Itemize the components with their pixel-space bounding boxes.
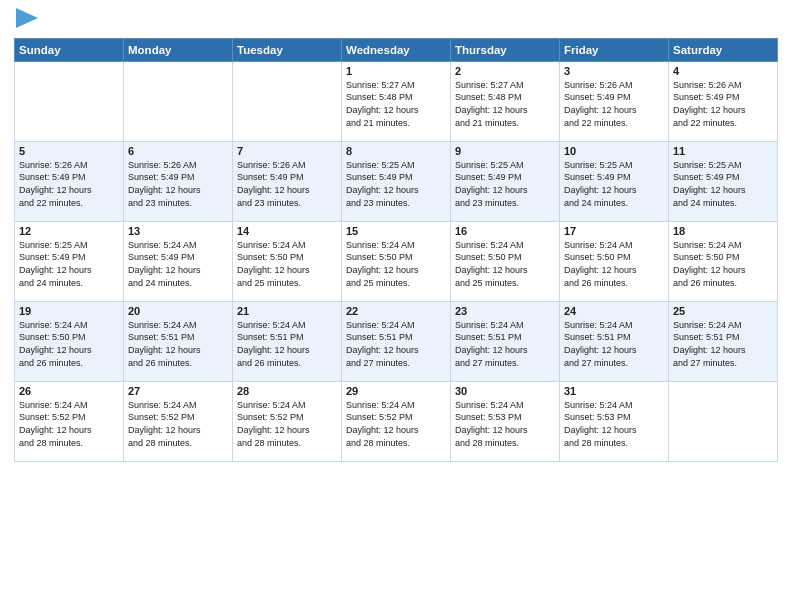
day-number: 22 — [346, 305, 446, 317]
day-info: Sunrise: 5:24 AM Sunset: 5:51 PM Dayligh… — [128, 319, 228, 369]
day-number: 23 — [455, 305, 555, 317]
day-info: Sunrise: 5:27 AM Sunset: 5:48 PM Dayligh… — [346, 79, 446, 129]
day-cell: 13Sunrise: 5:24 AM Sunset: 5:49 PM Dayli… — [124, 221, 233, 301]
header-cell-thursday: Thursday — [451, 38, 560, 61]
day-info: Sunrise: 5:24 AM Sunset: 5:50 PM Dayligh… — [346, 239, 446, 289]
week-row-4: 26Sunrise: 5:24 AM Sunset: 5:52 PM Dayli… — [15, 381, 778, 461]
day-info: Sunrise: 5:26 AM Sunset: 5:49 PM Dayligh… — [673, 79, 773, 129]
logo-arrow-icon — [16, 8, 38, 28]
day-cell: 31Sunrise: 5:24 AM Sunset: 5:53 PM Dayli… — [560, 381, 669, 461]
day-info: Sunrise: 5:25 AM Sunset: 5:49 PM Dayligh… — [346, 159, 446, 209]
day-info: Sunrise: 5:24 AM Sunset: 5:51 PM Dayligh… — [346, 319, 446, 369]
day-cell: 25Sunrise: 5:24 AM Sunset: 5:51 PM Dayli… — [669, 301, 778, 381]
day-number: 16 — [455, 225, 555, 237]
day-info: Sunrise: 5:24 AM Sunset: 5:52 PM Dayligh… — [19, 399, 119, 449]
day-cell: 6Sunrise: 5:26 AM Sunset: 5:49 PM Daylig… — [124, 141, 233, 221]
day-number: 6 — [128, 145, 228, 157]
day-cell — [124, 61, 233, 141]
day-info: Sunrise: 5:25 AM Sunset: 5:49 PM Dayligh… — [455, 159, 555, 209]
day-number: 29 — [346, 385, 446, 397]
day-info: Sunrise: 5:24 AM Sunset: 5:53 PM Dayligh… — [455, 399, 555, 449]
day-number: 28 — [237, 385, 337, 397]
day-cell: 14Sunrise: 5:24 AM Sunset: 5:50 PM Dayli… — [233, 221, 342, 301]
day-cell: 26Sunrise: 5:24 AM Sunset: 5:52 PM Dayli… — [15, 381, 124, 461]
day-cell: 30Sunrise: 5:24 AM Sunset: 5:53 PM Dayli… — [451, 381, 560, 461]
header-row: SundayMondayTuesdayWednesdayThursdayFrid… — [15, 38, 778, 61]
header-cell-monday: Monday — [124, 38, 233, 61]
day-cell: 17Sunrise: 5:24 AM Sunset: 5:50 PM Dayli… — [560, 221, 669, 301]
day-info: Sunrise: 5:25 AM Sunset: 5:49 PM Dayligh… — [564, 159, 664, 209]
day-number: 21 — [237, 305, 337, 317]
week-row-2: 12Sunrise: 5:25 AM Sunset: 5:49 PM Dayli… — [15, 221, 778, 301]
day-number: 1 — [346, 65, 446, 77]
day-number: 8 — [346, 145, 446, 157]
day-cell: 16Sunrise: 5:24 AM Sunset: 5:50 PM Dayli… — [451, 221, 560, 301]
day-cell: 2Sunrise: 5:27 AM Sunset: 5:48 PM Daylig… — [451, 61, 560, 141]
day-info: Sunrise: 5:25 AM Sunset: 5:49 PM Dayligh… — [19, 239, 119, 289]
day-cell: 24Sunrise: 5:24 AM Sunset: 5:51 PM Dayli… — [560, 301, 669, 381]
day-number: 19 — [19, 305, 119, 317]
day-number: 30 — [455, 385, 555, 397]
day-cell: 1Sunrise: 5:27 AM Sunset: 5:48 PM Daylig… — [342, 61, 451, 141]
day-info: Sunrise: 5:24 AM Sunset: 5:50 PM Dayligh… — [19, 319, 119, 369]
day-cell: 29Sunrise: 5:24 AM Sunset: 5:52 PM Dayli… — [342, 381, 451, 461]
day-info: Sunrise: 5:26 AM Sunset: 5:49 PM Dayligh… — [19, 159, 119, 209]
day-cell: 7Sunrise: 5:26 AM Sunset: 5:49 PM Daylig… — [233, 141, 342, 221]
day-cell — [233, 61, 342, 141]
day-info: Sunrise: 5:24 AM Sunset: 5:51 PM Dayligh… — [237, 319, 337, 369]
svg-marker-0 — [16, 8, 38, 28]
day-cell: 28Sunrise: 5:24 AM Sunset: 5:52 PM Dayli… — [233, 381, 342, 461]
day-cell: 8Sunrise: 5:25 AM Sunset: 5:49 PM Daylig… — [342, 141, 451, 221]
day-cell: 22Sunrise: 5:24 AM Sunset: 5:51 PM Dayli… — [342, 301, 451, 381]
day-number: 4 — [673, 65, 773, 77]
day-number: 2 — [455, 65, 555, 77]
day-cell: 9Sunrise: 5:25 AM Sunset: 5:49 PM Daylig… — [451, 141, 560, 221]
day-number: 20 — [128, 305, 228, 317]
day-info: Sunrise: 5:24 AM Sunset: 5:51 PM Dayligh… — [564, 319, 664, 369]
day-info: Sunrise: 5:24 AM Sunset: 5:50 PM Dayligh… — [237, 239, 337, 289]
day-number: 12 — [19, 225, 119, 237]
day-number: 3 — [564, 65, 664, 77]
day-info: Sunrise: 5:24 AM Sunset: 5:50 PM Dayligh… — [455, 239, 555, 289]
header-cell-saturday: Saturday — [669, 38, 778, 61]
day-cell: 15Sunrise: 5:24 AM Sunset: 5:50 PM Dayli… — [342, 221, 451, 301]
day-number: 27 — [128, 385, 228, 397]
day-number: 25 — [673, 305, 773, 317]
day-number: 17 — [564, 225, 664, 237]
day-info: Sunrise: 5:24 AM Sunset: 5:50 PM Dayligh… — [673, 239, 773, 289]
day-number: 5 — [19, 145, 119, 157]
day-cell: 21Sunrise: 5:24 AM Sunset: 5:51 PM Dayli… — [233, 301, 342, 381]
day-cell: 20Sunrise: 5:24 AM Sunset: 5:51 PM Dayli… — [124, 301, 233, 381]
day-cell: 12Sunrise: 5:25 AM Sunset: 5:49 PM Dayli… — [15, 221, 124, 301]
day-cell: 10Sunrise: 5:25 AM Sunset: 5:49 PM Dayli… — [560, 141, 669, 221]
day-number: 24 — [564, 305, 664, 317]
day-info: Sunrise: 5:24 AM Sunset: 5:52 PM Dayligh… — [128, 399, 228, 449]
day-info: Sunrise: 5:26 AM Sunset: 5:49 PM Dayligh… — [564, 79, 664, 129]
day-cell: 4Sunrise: 5:26 AM Sunset: 5:49 PM Daylig… — [669, 61, 778, 141]
logo — [14, 10, 38, 30]
day-cell: 18Sunrise: 5:24 AM Sunset: 5:50 PM Dayli… — [669, 221, 778, 301]
day-info: Sunrise: 5:24 AM Sunset: 5:50 PM Dayligh… — [564, 239, 664, 289]
week-row-3: 19Sunrise: 5:24 AM Sunset: 5:50 PM Dayli… — [15, 301, 778, 381]
day-cell: 11Sunrise: 5:25 AM Sunset: 5:49 PM Dayli… — [669, 141, 778, 221]
header-cell-friday: Friday — [560, 38, 669, 61]
day-cell — [669, 381, 778, 461]
day-number: 7 — [237, 145, 337, 157]
header-cell-tuesday: Tuesday — [233, 38, 342, 61]
day-info: Sunrise: 5:24 AM Sunset: 5:51 PM Dayligh… — [455, 319, 555, 369]
day-cell: 5Sunrise: 5:26 AM Sunset: 5:49 PM Daylig… — [15, 141, 124, 221]
calendar-container: SundayMondayTuesdayWednesdayThursdayFrid… — [0, 0, 792, 472]
day-cell: 23Sunrise: 5:24 AM Sunset: 5:51 PM Dayli… — [451, 301, 560, 381]
day-cell: 3Sunrise: 5:26 AM Sunset: 5:49 PM Daylig… — [560, 61, 669, 141]
day-info: Sunrise: 5:25 AM Sunset: 5:49 PM Dayligh… — [673, 159, 773, 209]
day-cell: 27Sunrise: 5:24 AM Sunset: 5:52 PM Dayli… — [124, 381, 233, 461]
day-info: Sunrise: 5:26 AM Sunset: 5:49 PM Dayligh… — [128, 159, 228, 209]
day-number: 31 — [564, 385, 664, 397]
day-info: Sunrise: 5:26 AM Sunset: 5:49 PM Dayligh… — [237, 159, 337, 209]
day-info: Sunrise: 5:24 AM Sunset: 5:52 PM Dayligh… — [237, 399, 337, 449]
header — [14, 10, 778, 30]
day-info: Sunrise: 5:24 AM Sunset: 5:53 PM Dayligh… — [564, 399, 664, 449]
day-number: 14 — [237, 225, 337, 237]
day-number: 9 — [455, 145, 555, 157]
day-number: 18 — [673, 225, 773, 237]
